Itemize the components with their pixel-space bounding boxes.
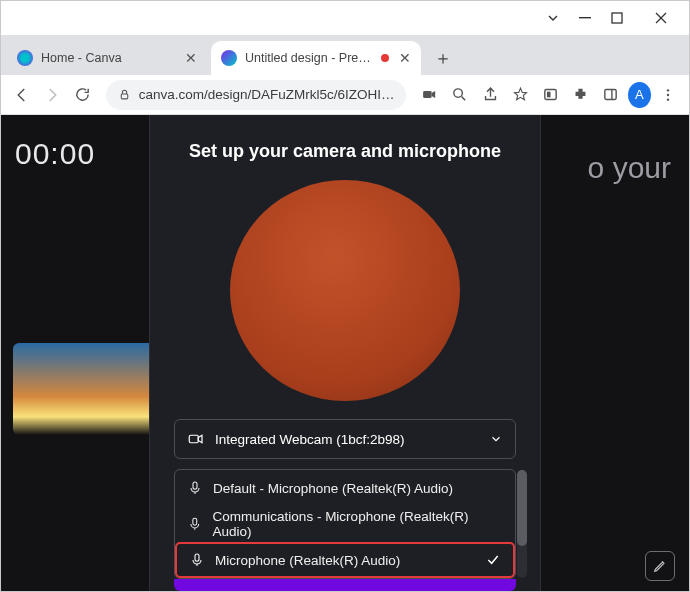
share-icon[interactable] [477,80,503,110]
primary-action-bar[interactable] [174,579,516,591]
svg-rect-15 [189,436,198,444]
microphone-icon [189,552,205,568]
window-titlebar [1,1,689,35]
camera-icon [187,430,205,448]
window-minimize-button[interactable] [531,3,575,33]
recording-indicator-icon [381,54,389,62]
lock-icon [118,88,131,101]
tab-close-icon[interactable]: ✕ [185,50,197,66]
microphone-icon [187,516,203,532]
mic-option-selected[interactable]: Microphone (Realtek(R) Audio) [175,542,515,578]
edit-notes-button[interactable] [645,551,675,581]
install-icon[interactable] [537,80,563,110]
extensions-icon[interactable] [568,80,594,110]
tab-home-canva[interactable]: Home - Canva ✕ [7,41,207,75]
canva-favicon-icon [17,50,33,66]
microphone-icon [187,480,203,496]
dropdown-scrollbar[interactable] [517,470,527,578]
svg-rect-4 [121,94,128,99]
camera-icon[interactable] [416,80,442,110]
mic-option-label: Communications - Microphone (Realtek(R) … [213,509,503,539]
bookmark-star-icon[interactable] [507,80,533,110]
mic-option-communications[interactable]: Communications - Microphone (Realtek(R) … [175,506,515,542]
slide-title-partial: o your [588,151,671,185]
window-chevron-down-icon [575,3,595,33]
tab-title: Untitled design - Prese… [245,51,375,65]
mic-option-label: Microphone (Realtek(R) Audio) [215,553,400,568]
pencil-icon [652,558,668,574]
address-bar[interactable]: canva.com/design/DAFuZMrkl5c/6IZOHI… [106,80,407,110]
nav-reload-button[interactable] [69,80,95,110]
slide-thumbnail[interactable] [13,343,168,435]
dialog-heading: Set up your camera and microphone [189,141,501,162]
recording-timer: 00:00 [15,137,95,171]
svg-rect-9 [547,92,551,98]
new-tab-button[interactable]: ＋ [429,44,457,72]
url-text: canva.com/design/DAFuZMrkl5c/6IZOHI… [139,87,395,102]
svg-rect-10 [605,90,616,100]
svg-point-12 [667,89,669,91]
sidepanel-icon[interactable] [598,80,624,110]
window-close-button[interactable] [639,3,683,33]
mic-option-label: Default - Microphone (Realtek(R) Audio) [213,481,453,496]
svg-point-13 [667,93,669,95]
camera-preview [230,180,460,401]
browser-menu-button[interactable] [655,80,681,110]
svg-point-6 [454,89,463,98]
tab-close-icon[interactable]: ✕ [399,50,411,66]
nav-back-button[interactable] [9,80,35,110]
camera-select[interactable]: Integrated Webcam (1bcf:2b98) [174,419,516,459]
mic-option-default[interactable]: Default - Microphone (Realtek(R) Audio) [175,470,515,506]
svg-rect-16 [193,482,197,489]
window-restore-button[interactable] [595,3,639,33]
browser-toolbar: canva.com/design/DAFuZMrkl5c/6IZOHI… A [1,75,689,115]
tab-untitled-design[interactable]: Untitled design - Prese… ✕ [211,41,421,75]
svg-line-7 [462,97,466,101]
svg-rect-5 [423,91,432,98]
camera-select-value: Integrated Webcam (1bcf:2b98) [215,432,405,447]
camera-mic-setup-dialog: Set up your camera and microphone Integr… [149,115,541,591]
svg-point-14 [667,98,669,100]
svg-rect-0 [579,17,591,18]
page-content: 00:00 o your Set up your camera and micr… [1,115,689,591]
svg-rect-1 [612,13,622,23]
tab-title: Home - Canva [41,51,181,65]
microphone-dropdown: Default - Microphone (Realtek(R) Audio) … [174,469,516,579]
profile-avatar[interactable]: A [628,82,651,108]
nav-forward-button[interactable] [39,80,65,110]
svg-rect-18 [195,554,199,561]
chevron-down-icon [489,432,503,446]
zoom-icon[interactable] [447,80,473,110]
check-icon [485,552,501,568]
browser-tabstrip: Home - Canva ✕ Untitled design - Prese… … [1,35,689,75]
svg-rect-17 [193,519,197,526]
canva-favicon-icon [221,50,237,66]
